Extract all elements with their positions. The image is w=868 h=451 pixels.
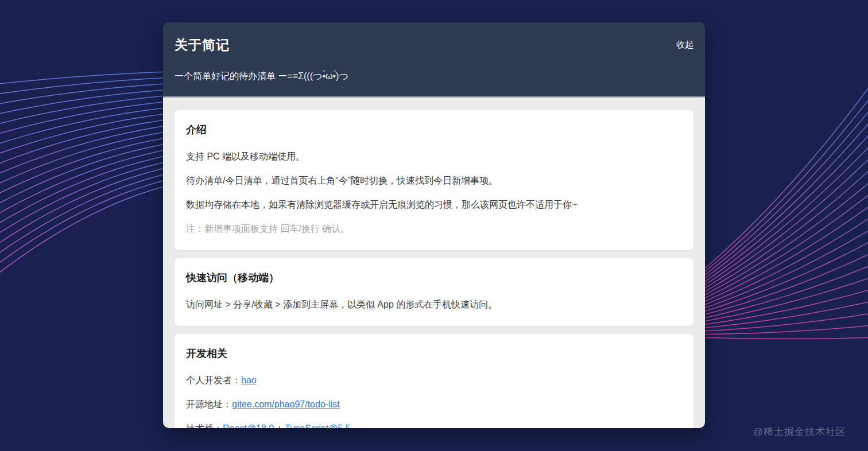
typescript-link[interactable]: TypeScript@5.5 bbox=[285, 423, 351, 428]
watermark: @稀土掘金技术社区 bbox=[753, 425, 846, 438]
dev-row-developer-label: 个人开发者： bbox=[186, 375, 241, 385]
dev-row-stack-label: 技术栈： bbox=[186, 423, 223, 428]
panel-subtitle: 一个简单好记的待办清单 ー=≡Σ(((つ•̀ω•́)つ bbox=[175, 70, 693, 83]
panel-content-scroll[interactable]: 介绍 支持 PC 端以及移动端使用。 待办清单/今日清单，通过首页右上角“今”随… bbox=[163, 98, 705, 428]
quick-access-card: 快速访问（移动端） 访问网址 > 分享/收藏 > 添加到主屏幕，以类似 App … bbox=[175, 258, 693, 326]
react-link[interactable]: React@18.0 bbox=[223, 423, 274, 428]
intro-paragraph-1: 支持 PC 端以及移动端使用。 bbox=[186, 150, 682, 163]
collapse-button[interactable]: 收起 bbox=[676, 40, 693, 50]
intro-note: 注：新增事项面板支持 回车/换行 确认。 bbox=[186, 223, 682, 235]
about-panel: 关于简记 收起 一个简单好记的待办清单 ー=≡Σ(((つ•̀ω•́)つ 介绍 支… bbox=[163, 22, 705, 428]
dev-row-repo: 开源地址：gitee.com/phao97/todo-list bbox=[186, 398, 682, 411]
panel-header-top: 关于简记 收起 bbox=[175, 37, 693, 53]
dev-row-stack: 技术栈：React@18.0+TypeScript@5.5 bbox=[186, 422, 682, 428]
dev-row-repo-label: 开源地址： bbox=[186, 399, 232, 409]
page: { "colors": { "background": "#1a2150", "… bbox=[0, 0, 868, 451]
quick-access-paragraph: 访问网址 > 分享/收藏 > 添加到主屏幕，以类似 App 的形式在手机快速访问… bbox=[186, 298, 682, 311]
intro-heading: 介绍 bbox=[186, 123, 682, 137]
developer-link[interactable]: hao bbox=[241, 375, 257, 385]
intro-paragraph-3: 数据均存储在本地，如果有清除浏览器缓存或开启无痕浏览的习惯，那么该网页也许不适用… bbox=[186, 199, 682, 211]
page-title: 关于简记 bbox=[175, 37, 230, 53]
intro-card: 介绍 支持 PC 端以及移动端使用。 待办清单/今日清单，通过首页右上角“今”随… bbox=[175, 110, 693, 250]
dev-heading: 开发相关 bbox=[186, 347, 682, 360]
dev-row-developer: 个人开发者：hao bbox=[186, 374, 682, 387]
quick-access-heading: 快速访问（移动端） bbox=[186, 271, 682, 285]
intro-paragraph-2: 待办清单/今日清单，通过首页右上角“今”随时切换，快速找到今日新增事项。 bbox=[186, 174, 682, 187]
panel-header: 关于简记 收起 一个简单好记的待办清单 ー=≡Σ(((つ•̀ω•́)つ bbox=[163, 22, 705, 98]
repo-link[interactable]: gitee.com/phao97/todo-list bbox=[232, 399, 340, 409]
stack-plus-separator: + bbox=[274, 423, 285, 428]
dev-card: 开发相关 个人开发者：hao 开源地址：gitee.com/phao97/tod… bbox=[175, 334, 693, 428]
